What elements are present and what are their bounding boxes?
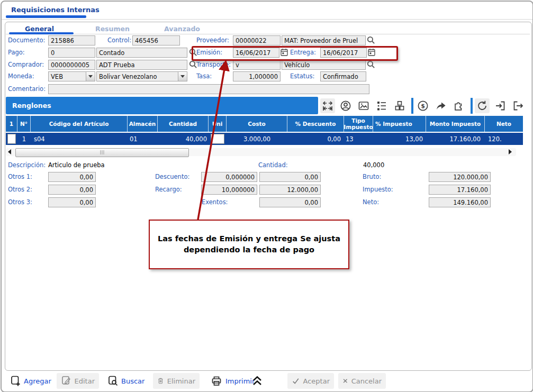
grid-column-header[interactable]: Cantidad xyxy=(158,116,209,132)
tab-avanzado[interactable]: Avanzado xyxy=(164,25,200,33)
control-field[interactable] xyxy=(132,35,180,45)
pago-name-field[interactable] xyxy=(96,48,187,58)
grid-column-header[interactable]: Monto Impuesto xyxy=(426,116,485,132)
comprador-name-field[interactable] xyxy=(96,60,187,70)
moneda-label: Moneda: xyxy=(8,72,34,80)
comprador-code-field[interactable] xyxy=(48,60,95,70)
toolbar-user-button[interactable] xyxy=(338,98,353,113)
proveedor-name-field[interactable] xyxy=(282,35,366,45)
printer-icon xyxy=(211,375,222,387)
detail-list-icon xyxy=(375,99,388,112)
collapse-toolbar-button[interactable] xyxy=(250,375,264,387)
agregar-label: Agregar xyxy=(24,377,51,385)
annotation-line-2: dependiendo la fecha de pago xyxy=(150,244,348,256)
otros3-field[interactable] xyxy=(48,197,96,207)
check-icon xyxy=(292,376,300,386)
window-frame: Requisiciones Internas General Resumen A… xyxy=(1,1,533,392)
almacen-cell: 01 xyxy=(128,133,158,145)
grid-column-header[interactable]: Tipo Impuesto xyxy=(344,116,373,132)
grid-column-header[interactable]: % Descuento xyxy=(287,116,344,132)
neto-field[interactable] xyxy=(429,197,491,207)
scrollbar-grip xyxy=(101,150,104,154)
editar-button[interactable]: Editar xyxy=(57,373,99,389)
tabs-divider xyxy=(6,34,530,34)
chevron-down-icon[interactable] xyxy=(86,72,95,81)
tab-general[interactable]: General xyxy=(25,25,54,33)
grid-selected-row[interactable]: 1 s04 01 40,000 3.000,00 0,00 13 13,00 1… xyxy=(6,133,523,145)
editar-label: Editar xyxy=(75,377,95,385)
impuesto-field[interactable] xyxy=(429,185,491,195)
search-icon xyxy=(367,36,375,44)
toolbar-cubes-button[interactable] xyxy=(392,98,407,113)
horizontal-scrollbar-thumb[interactable] xyxy=(15,148,189,157)
aceptar-button[interactable]: Aceptar xyxy=(287,373,334,389)
moneda-code-dropdown[interactable]: VEB xyxy=(48,71,95,81)
descuento-monto-field[interactable] xyxy=(259,172,321,182)
tab-resumen[interactable]: Resumen xyxy=(95,25,130,33)
row-number-cell: 1 xyxy=(17,133,31,145)
toolbar-resize-columns-button[interactable] xyxy=(320,98,335,113)
grid-column-header[interactable]: % Impuesto xyxy=(373,116,426,132)
page-title-underline xyxy=(6,15,86,18)
descuento-pct-field[interactable] xyxy=(201,172,257,182)
cancelar-button[interactable]: Cancelar xyxy=(338,373,386,389)
pct-impuesto-cell: 13,00 xyxy=(373,133,426,145)
proveedor-code-field[interactable] xyxy=(233,35,281,45)
toolbar-forward-button[interactable] xyxy=(433,98,448,113)
eliminar-label: Eliminar xyxy=(167,377,195,385)
costo-cell: 3.000,00 xyxy=(227,133,287,145)
proveedor-search-button[interactable] xyxy=(367,36,375,44)
eliminar-button[interactable]: Eliminar xyxy=(153,373,200,389)
uni-cell[interactable] xyxy=(209,133,227,145)
tasa-field[interactable] xyxy=(233,71,281,81)
otros1-label: Otros 1: xyxy=(8,173,32,180)
toolbar-image-button[interactable] xyxy=(356,98,371,113)
monto-impuesto-cell: 17.160,00 xyxy=(426,133,485,145)
toolbar-export-button[interactable] xyxy=(511,98,526,113)
grid-column-header[interactable]: Código del Artículo xyxy=(31,116,128,132)
grid-column-header[interactable]: Costo xyxy=(227,116,287,132)
forward-arrow-icon xyxy=(435,99,447,112)
chevron-down-icon[interactable] xyxy=(178,72,187,81)
add-document-icon xyxy=(10,375,21,387)
otros2-field[interactable] xyxy=(48,185,96,195)
grid-column-header[interactable]: Almacén xyxy=(128,116,158,132)
scroll-right-arrow[interactable] xyxy=(509,149,512,154)
toolbar-detail-list-button[interactable] xyxy=(374,98,389,113)
edit-document-icon xyxy=(61,375,71,387)
documento-field[interactable] xyxy=(48,35,95,45)
estatus-label: Estatus: xyxy=(290,72,314,80)
toolbar-currency-button[interactable]: $ xyxy=(415,98,430,113)
grid-column-header[interactable]: N° xyxy=(17,116,31,132)
scroll-left-arrow[interactable] xyxy=(8,149,11,154)
agregar-button[interactable]: Agregar xyxy=(6,373,56,389)
toolbar-import-button[interactable] xyxy=(493,98,508,113)
cantidad-label: Cantidad: xyxy=(258,161,288,169)
grid-column-header[interactable]: Uni xyxy=(209,116,227,132)
moneda-name-dropdown[interactable]: Bolivar Venezolano xyxy=(96,71,187,81)
cantidad-value: 40,000 xyxy=(363,161,384,169)
pago-code-field[interactable] xyxy=(48,48,95,58)
comprador-label: Comprador: xyxy=(8,61,44,68)
buscar-button[interactable]: Buscar xyxy=(103,373,149,389)
transporte-name-field[interactable] xyxy=(282,60,366,70)
refresh-icon xyxy=(476,99,489,112)
grid-column-header[interactable]: 1 xyxy=(6,116,17,132)
transporte-code-field[interactable] xyxy=(233,60,281,70)
comentario-field[interactable] xyxy=(48,84,369,94)
toolbar-refresh-button[interactable] xyxy=(475,98,490,113)
row-selector-cell[interactable] xyxy=(6,133,17,145)
exentos-field[interactable] xyxy=(259,197,321,207)
proveedor-label: Proveedor: xyxy=(196,37,229,44)
bruto-field[interactable] xyxy=(429,172,491,182)
recargo-pct-field[interactable] xyxy=(201,185,257,195)
toolbar-puzzle-button[interactable] xyxy=(451,98,466,113)
otros1-field[interactable] xyxy=(48,172,96,182)
transporte-search-button[interactable] xyxy=(367,60,375,69)
application-window: Requisiciones Internas General Resumen A… xyxy=(0,0,533,392)
puzzle-icon xyxy=(453,99,465,112)
recargo-label: Recargo: xyxy=(155,186,182,193)
recargo-monto-field[interactable] xyxy=(259,185,321,195)
estatus-field[interactable] xyxy=(320,71,366,81)
grid-column-header[interactable]: Neto xyxy=(485,116,523,132)
